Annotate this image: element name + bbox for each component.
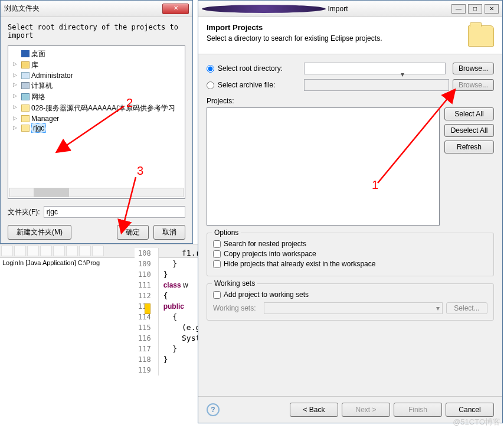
folder-tree[interactable]: 桌面库Administrator计算机网络028-服务器源代码AAAAAA(本原… xyxy=(8,45,185,199)
folder-icon xyxy=(21,125,30,132)
tree-item[interactable]: Manager xyxy=(11,114,182,123)
annotation-1: 1 xyxy=(372,178,378,192)
tree-item-label: rjgc xyxy=(31,123,46,133)
line-number: 110 xyxy=(138,269,151,280)
next-button: Next > xyxy=(342,403,390,417)
line-number: 116 xyxy=(138,333,151,344)
folder-input[interactable] xyxy=(44,206,185,218)
back-button[interactable]: < Back xyxy=(290,403,338,417)
browse-description: Select root directory of the projects to… xyxy=(8,23,185,40)
tree-item[interactable]: Administrator xyxy=(11,71,182,80)
tree-item-label: 计算机 xyxy=(31,81,53,90)
tree-item[interactable]: 桌面 xyxy=(11,48,182,60)
toolbar-icon[interactable] xyxy=(14,246,26,256)
tree-item[interactable]: 028-服务器源代码AAAAAA(本原码供参考学习 xyxy=(11,103,182,114)
help-icon[interactable]: ? xyxy=(207,403,220,416)
toolbar-icon[interactable] xyxy=(53,246,65,256)
close-icon[interactable]: ✕ xyxy=(485,4,499,14)
tree-item[interactable]: rjgc xyxy=(11,123,182,133)
browse-titlebar[interactable]: 浏览文件夹 ✕ xyxy=(1,1,192,17)
line-number: 111 xyxy=(138,280,151,290)
folder-icon xyxy=(21,105,30,112)
browse-folder-dialog: 浏览文件夹 ✕ Select root directory of the pro… xyxy=(0,0,193,244)
toolbar-icon[interactable] xyxy=(92,246,104,256)
line-number: 117 xyxy=(138,344,151,354)
refresh-button[interactable]: Refresh xyxy=(444,141,494,154)
options-group: Options Search for nested projects Copy … xyxy=(207,233,494,276)
archive-file-input xyxy=(304,79,449,91)
tree-item[interactable]: 网络 xyxy=(11,92,182,103)
root-directory-input[interactable] xyxy=(304,63,446,74)
tree-item[interactable]: 库 xyxy=(11,60,182,71)
eclipse-icon xyxy=(202,5,326,13)
line-number: 108 xyxy=(138,248,151,259)
toolbar-icon[interactable] xyxy=(79,246,91,256)
working-sets-label: Working sets: xyxy=(213,304,260,312)
cancel-import-button[interactable]: Cancel xyxy=(446,403,494,417)
line-number: 112 xyxy=(138,290,151,301)
minimize-icon[interactable]: — xyxy=(451,4,466,14)
ok-button[interactable]: 确定 xyxy=(117,225,149,240)
toolbar-icon[interactable] xyxy=(1,246,13,256)
working-sets-group: Working sets Add project to working sets… xyxy=(207,283,494,321)
folder-icon xyxy=(21,72,30,79)
horizontal-scrollbar[interactable] xyxy=(9,188,184,197)
import-heading: Import Projects xyxy=(207,23,468,32)
cancel-button[interactable]: 取消 xyxy=(153,225,185,240)
toolbar-icon[interactable] xyxy=(66,246,78,256)
folder-icon xyxy=(21,93,30,100)
import-dialog: Import — □ ✕ Import Projects Select a di… xyxy=(198,0,503,423)
finish-button: Finish xyxy=(394,403,442,417)
import-title: Import xyxy=(328,5,452,13)
browse-root-button[interactable]: Browse... xyxy=(453,63,494,74)
nested-projects-checkbox[interactable] xyxy=(213,240,221,248)
options-legend: Options xyxy=(212,228,241,237)
projects-list[interactable] xyxy=(207,107,440,226)
import-subheading: Select a directory to search for existin… xyxy=(207,34,468,43)
toolbar-icon[interactable] xyxy=(27,246,39,256)
line-number: 109 xyxy=(138,259,151,269)
deselect-all-button[interactable]: Deselect All xyxy=(444,124,494,137)
browse-title: 浏览文件夹 xyxy=(4,4,162,14)
hide-existing-label: Hide projects that already exist in the … xyxy=(224,260,375,268)
root-directory-label: Select root directory: xyxy=(218,64,300,73)
folder-icon xyxy=(21,82,30,89)
select-all-button[interactable]: Select All xyxy=(444,107,494,120)
toolbar-icon[interactable] xyxy=(40,246,52,256)
line-number: 118 xyxy=(138,354,151,365)
archive-file-radio[interactable] xyxy=(207,81,214,89)
folder-icon xyxy=(468,25,494,47)
root-directory-radio[interactable] xyxy=(207,65,214,73)
folder-icon xyxy=(21,61,30,68)
hide-existing-checkbox[interactable] xyxy=(213,260,221,268)
folder-icon xyxy=(21,115,30,122)
browse-archive-button: Browse... xyxy=(453,79,494,91)
import-titlebar[interactable]: Import — □ ✕ xyxy=(198,1,502,17)
select-working-set-button: Select... xyxy=(446,302,487,314)
maximize-icon[interactable]: □ xyxy=(468,4,482,14)
copy-workspace-checkbox[interactable] xyxy=(213,250,221,258)
annotation-3: 3 xyxy=(137,164,143,178)
nested-projects-label: Search for nested projects xyxy=(224,240,306,248)
code-editor[interactable]: 108109110111112113114115116117118119 f1.… xyxy=(135,248,205,376)
source-watermark: @51CTO博客 xyxy=(453,417,500,427)
import-header: Import Projects Select a directory to se… xyxy=(198,17,502,54)
annotation-2: 2 xyxy=(126,96,133,110)
working-sets-legend: Working sets xyxy=(212,279,257,288)
tree-item[interactable]: 计算机 xyxy=(11,80,182,92)
folder-label: 文件夹(F): xyxy=(8,207,40,217)
tree-item-label: 028-服务器源代码AAAAAA(本原码供参考学习 xyxy=(31,104,175,112)
projects-label: Projects: xyxy=(207,97,494,105)
warning-icon[interactable] xyxy=(145,303,150,314)
copy-workspace-label: Copy projects into workspace xyxy=(224,250,316,258)
tree-item-label: 网络 xyxy=(31,93,45,101)
archive-file-label: Select archive file: xyxy=(218,81,300,89)
tree-item-label: 桌面 xyxy=(31,50,45,58)
new-folder-button[interactable]: 新建文件夹(M) xyxy=(8,225,71,240)
add-working-set-label: Add project to working sets xyxy=(224,290,309,299)
working-sets-combo xyxy=(264,302,443,314)
folder-icon xyxy=(21,50,30,57)
add-working-set-checkbox[interactable] xyxy=(213,291,221,299)
line-number: 119 xyxy=(138,365,151,376)
close-icon[interactable]: ✕ xyxy=(162,4,189,14)
